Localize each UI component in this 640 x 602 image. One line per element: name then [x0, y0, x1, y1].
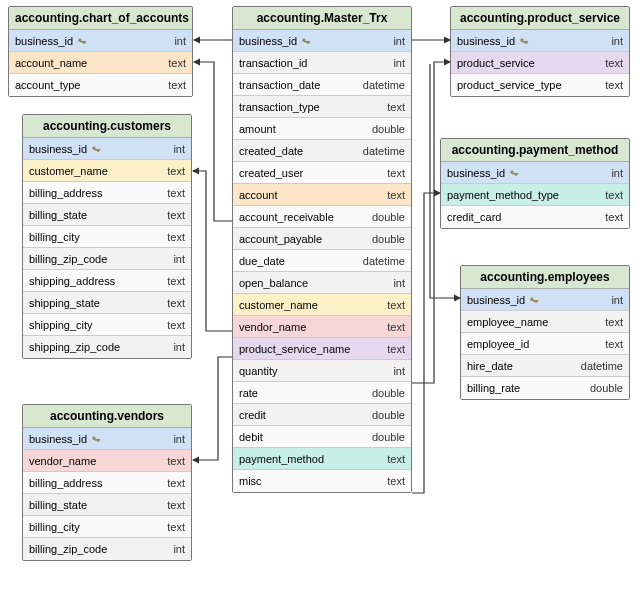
table-row: business_id int	[23, 428, 191, 450]
column-name: created_date	[239, 145, 303, 157]
column-type: text	[167, 187, 185, 199]
column-name: credit_card	[447, 211, 501, 223]
column-type: text	[167, 165, 185, 177]
table-row: customer_nametext	[233, 294, 411, 316]
table-row: hire_datedatetime	[461, 355, 629, 377]
column-type: int	[173, 433, 185, 445]
table-row: open_balanceint	[233, 272, 411, 294]
column-type: datetime	[363, 255, 405, 267]
column-type: text	[387, 189, 405, 201]
table-header: accounting.employees	[461, 266, 629, 289]
column-name: vendor_name	[29, 455, 96, 467]
table-row: product_service_nametext	[233, 338, 411, 360]
column-name: payment_method	[239, 453, 324, 465]
table-row: product_servicetext	[451, 52, 629, 74]
column-type: text	[167, 209, 185, 221]
column-type: int	[173, 341, 185, 353]
table-chart-of-accounts: accounting.chart_of_accounts business_id…	[8, 6, 193, 97]
table-row: account_receivabledouble	[233, 206, 411, 228]
column-name: rate	[239, 387, 258, 399]
table-row: payment_method_typetext	[441, 184, 629, 206]
column-name: billing_address	[29, 187, 102, 199]
table-row: billing_citytext	[23, 516, 191, 538]
column-name: employee_name	[467, 316, 548, 328]
column-name: created_user	[239, 167, 303, 179]
column-type: text	[387, 101, 405, 113]
column-type: double	[372, 233, 405, 245]
table-row: billing_zip_codeint	[23, 248, 191, 270]
column-type: text	[387, 299, 405, 311]
table-row: business_id int	[461, 289, 629, 311]
table-row: transaction_typetext	[233, 96, 411, 118]
column-name: business_id	[467, 294, 525, 306]
column-type: datetime	[581, 360, 623, 372]
table-row: shipping_citytext	[23, 314, 191, 336]
column-name: payment_method_type	[447, 189, 559, 201]
table-row: misctext	[233, 470, 411, 492]
table-header: accounting.vendors	[23, 405, 191, 428]
column-name: vendor_name	[239, 321, 306, 333]
table-row: business_id int	[23, 138, 191, 160]
column-name: product_service	[457, 57, 535, 69]
table-header: accounting.Master_Trx	[233, 7, 411, 30]
table-row: employee_nametext	[461, 311, 629, 333]
table-row: business_id int	[233, 30, 411, 52]
column-type: text	[387, 475, 405, 487]
column-name: business_id	[29, 143, 87, 155]
table-row: ratedouble	[233, 382, 411, 404]
column-name: business_id	[457, 35, 515, 47]
column-type: text	[167, 231, 185, 243]
column-type: double	[372, 387, 405, 399]
table-header: accounting.product_service	[451, 7, 629, 30]
column-name: account_receivable	[239, 211, 334, 223]
column-type: text	[605, 57, 623, 69]
column-type: text	[605, 79, 623, 91]
column-type: double	[372, 123, 405, 135]
table-product-service: accounting.product_service business_id i…	[450, 6, 630, 97]
column-type: datetime	[363, 145, 405, 157]
column-type: int	[174, 35, 186, 47]
key-icon	[91, 434, 101, 444]
column-type: int	[393, 365, 405, 377]
table-header: accounting.chart_of_accounts	[9, 7, 192, 30]
column-name: account	[239, 189, 278, 201]
table-row: business_id int	[441, 162, 629, 184]
table-row: vendor_nametext	[23, 450, 191, 472]
column-type: datetime	[363, 79, 405, 91]
table-payment-method: accounting.payment_method business_id in…	[440, 138, 630, 229]
column-type: int	[611, 294, 623, 306]
table-row: transaction_idint	[233, 52, 411, 74]
column-type: text	[168, 57, 186, 69]
column-type: double	[372, 409, 405, 421]
key-icon	[91, 144, 101, 154]
table-row: billing_citytext	[23, 226, 191, 248]
column-type: text	[387, 321, 405, 333]
column-type: text	[605, 211, 623, 223]
table-row: product_service_typetext	[451, 74, 629, 96]
column-name: quantity	[239, 365, 278, 377]
key-icon	[509, 168, 519, 178]
table-row: billing_statetext	[23, 204, 191, 226]
table-row: created_datedatetime	[233, 140, 411, 162]
column-name: billing_city	[29, 231, 80, 243]
column-name: debit	[239, 431, 263, 443]
key-icon	[301, 36, 311, 46]
table-row: created_usertext	[233, 162, 411, 184]
table-row: billing_addresstext	[23, 182, 191, 204]
table-row: due_datedatetime	[233, 250, 411, 272]
column-type: int	[611, 167, 623, 179]
column-name: employee_id	[467, 338, 529, 350]
column-name: account_type	[15, 79, 80, 91]
column-name: account_payable	[239, 233, 322, 245]
table-row: quantityint	[233, 360, 411, 382]
table-row: account_payabledouble	[233, 228, 411, 250]
key-icon	[77, 36, 87, 46]
table-row: shipping_zip_codeint	[23, 336, 191, 358]
column-name: business_id	[239, 35, 297, 47]
column-name: billing_address	[29, 477, 102, 489]
column-type: text	[605, 189, 623, 201]
column-name: shipping_city	[29, 319, 93, 331]
column-type: text	[167, 319, 185, 331]
column-name: transaction_type	[239, 101, 320, 113]
column-name: business_id	[447, 167, 505, 179]
